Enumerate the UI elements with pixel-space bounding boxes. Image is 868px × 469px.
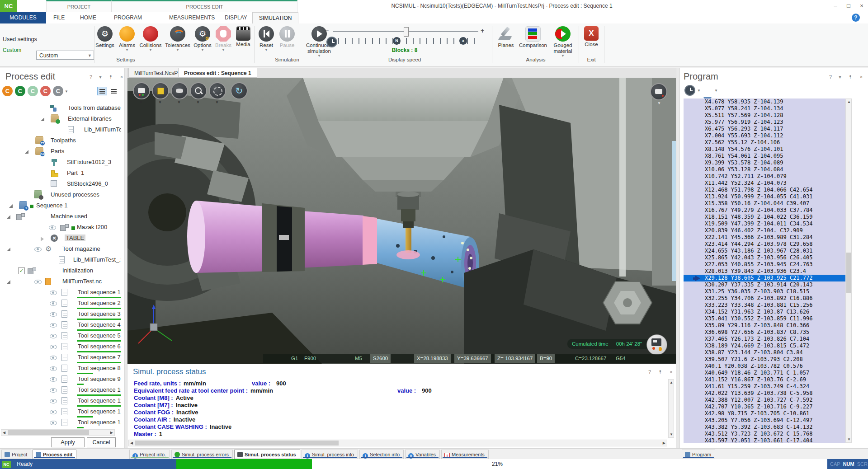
tree-row[interactable]: SSequence 1 [0,201,121,211]
tree-row[interactable]: Tool sequence 7, [0,352,121,363]
gcode-line[interactable]: X4.678 Y58.935 Z-104.139 [684,98,845,105]
tolerances-button[interactable]: Tolerances▼ [164,26,192,52]
tree-row[interactable]: StlStock2496_0 [0,179,121,190]
gcode-line[interactable]: X13.924 Y50.999 Z-104.055 C41.031 [684,193,845,200]
panel-header-icons[interactable]: ? ▾ 🖈 × [829,74,865,80]
tree-row[interactable]: Unused processes [0,190,121,201]
tree-row[interactable]: Mazak I200 [0,222,121,233]
gcode-line[interactable]: X7.562 Y55.12 Z-104.106 [684,139,845,146]
close-window-button[interactable]: × [855,0,868,12]
tree-row[interactable]: Tool sequence 2, [0,298,121,309]
tree-row[interactable]: ✕TABLE [0,233,121,244]
gcode-line[interactable]: X32.255 Y34.706 Z-103.892 C16.886 [684,295,845,302]
bottom-tab-simul-process-errors[interactable]: Simul. process errors [171,450,233,459]
visibility-eye-icon[interactable] [50,323,57,328]
gcode-line[interactable]: X43.205 Y7.056 Z-103.694 C-12.497 [684,417,845,424]
tree-row[interactable]: Lib_MillTurnTe [0,125,121,136]
viewport-3d[interactable]: ▼ ▼ ▼ ▼ ▼ ↻ ▼ Cumulated time 00h 24' 28"… [127,78,676,364]
visibility-eye-icon[interactable] [50,291,57,295]
gcode-line[interactable]: X15.358 Y50.16 Z-104.044 C39.407 [684,200,845,207]
gcode-listing[interactable]: X4.678 Y58.935 Z-104.139X5.077 Y58.241 Z… [684,98,845,443]
program-vertical-scrollbar[interactable]: ▲▼ [845,98,852,443]
tab-simulation[interactable]: SIMULATION [252,12,298,23]
visibility-eye-icon[interactable] [50,399,57,403]
process-green-icon[interactable]: C [15,86,25,96]
tree-row[interactable]: Tool sequence 5, [0,331,121,342]
expander-open-icon[interactable] [7,280,10,284]
machine-status-icon[interactable] [646,334,667,355]
visibility-eye-icon[interactable] [49,225,56,230]
gcode-line[interactable]: X5.077 Y58.241 Z-104.134 [684,105,845,112]
tab-program[interactable]: PROGRAM [108,12,148,23]
gcode-line[interactable]: X28.013 Y39.843 Z-103.936 C23.4 [684,268,845,275]
list-view-icon[interactable] [97,87,107,95]
tab-display[interactable]: DISPLAY [218,12,254,23]
help-icon[interactable]: ? [852,14,860,22]
gcode-line[interactable]: X11.442 Y52.324 Z-104.073 [684,180,845,187]
tree-row[interactable]: TTToolpaths [0,136,121,146]
maximize-button[interactable]: □ [842,0,855,12]
gcode-line[interactable]: X33.223 Y33.348 Z-103.881 C15.256 [684,302,845,309]
bottom-tab-project-info-[interactable]: iProject info. [129,450,170,459]
gcode-line[interactable]: X40.1 Y20.038 Z-103.782 C0.576 [684,363,845,370]
gcode-line[interactable]: X8.148 Y54.576 Z-104.101 [684,146,845,153]
gcode-line[interactable]: X7.004 Y55.693 Z-104.112 [684,132,845,139]
tree-row[interactable]: Tool sequence 12, [0,407,121,417]
visibility-eye-icon[interactable] [50,334,57,338]
gcode-line[interactable]: X6.475 Y56.293 Z-104.117 [684,126,845,132]
visibility-eye-icon[interactable] [50,366,57,371]
tree-row[interactable]: External libraries [0,114,121,125]
speed-minus-button[interactable]: − [326,28,329,34]
process-red-icon[interactable]: C [40,86,51,96]
gcode-line[interactable]: X41.61 Y15.259 Z-103.749 C-4.324 [684,383,845,390]
tree-row[interactable]: Tool sequence 4, [0,320,121,331]
gcode-line[interactable]: X43.597 Y2.051 Z-103.661 C-17.404 [684,437,845,443]
gcode-line[interactable]: X20.839 Y46.402 Z-104. C32.909 [684,227,845,234]
gcode-line[interactable]: X8.761 Y54.061 Z-104.095 [684,153,845,159]
views-cube-icon[interactable] [152,82,169,99]
visibility-eye-icon[interactable] [34,280,42,284]
process-orange-icon[interactable]: C [2,86,13,96]
status-horizontal-scrollbar[interactable]: ◀▶ [128,440,667,446]
visibility-eye-icon[interactable] [50,312,57,317]
tab-home[interactable]: HOME [74,12,103,23]
checkbox[interactable]: ✓ [18,267,25,274]
bottom-tab-project[interactable]: Project [1,450,31,459]
gcode-line[interactable]: X43.382 Y5.392 Z-103.683 C-14.132 [684,424,845,431]
alarms-button[interactable]: Alarms▼ [117,26,137,52]
minimize-button[interactable]: – [829,0,842,12]
tree-row[interactable]: Tool sequence 3, [0,309,121,320]
tree-row[interactable]: Part_1 [0,168,121,179]
gcode-line[interactable]: X41.152 Y16.867 Z-103.76 C-2.69 [684,376,845,383]
tree-row[interactable]: Tool sequence 6, [0,342,121,352]
gcode-line[interactable]: X35.041 Y30.552 Z-103.859 C11.996 [684,315,845,322]
bottom-tab-simul-process-status[interactable]: Simul. process status [234,450,300,459]
panel-header-icons[interactable]: ? ▾ 🖈 × [90,74,126,80]
gcode-line[interactable]: X9.399 Y53.578 Z-104.089 [684,159,845,166]
gcode-line[interactable]: X10.742 Y52.711 Z-104.079 [684,173,845,180]
gcode-line[interactable]: X29.128 Y38.605 Z-103.925 C21.772 [684,275,845,281]
tree-row[interactable]: Lib_MillTurnTest_.tlb [0,255,121,266]
collisions-button[interactable]: Collisions▼ [137,26,164,52]
detail-view-icon[interactable] [109,87,119,95]
context-group-project[interactable]: PROJECT [46,0,112,12]
tree-row[interactable]: Machine used [0,211,121,222]
gcode-line[interactable]: X42.98 Y8.715 Z-103.705 C-10.861 [684,410,845,417]
cancel-button[interactable]: Cancel [87,437,116,447]
expander-open-icon[interactable] [41,117,44,121]
speed-slider-handle[interactable] [404,27,409,37]
gcode-line[interactable]: X43.512 Y3.723 Z-103.672 C-15.768 [684,431,845,437]
gcode-line[interactable]: X10.06 Y53.128 Z-104.084 [684,166,845,173]
bottom-tab-selection-info[interactable]: iSelection info [359,450,404,459]
reset-button[interactable]: Reset▼ [256,26,277,52]
settings-button[interactable]: ⚙ Settings [93,26,117,48]
gcode-line[interactable]: X38.87 Y23.144 Z-103.804 C3.84 [684,349,845,356]
expander-open-icon[interactable] [25,150,28,154]
bottom-tab-program[interactable]: Program [682,450,715,459]
tree-row[interactable]: Tool sequence 9, [0,374,121,385]
visibility-eye-icon[interactable] [50,410,57,414]
gcode-line[interactable]: X35.89 Y29.116 Z-103.848 C10.366 [684,322,845,329]
snapshot-icon[interactable] [650,83,667,100]
tree-row[interactable]: Tool sequence 1, [0,287,121,298]
visibility-eye-icon[interactable] [34,247,42,252]
